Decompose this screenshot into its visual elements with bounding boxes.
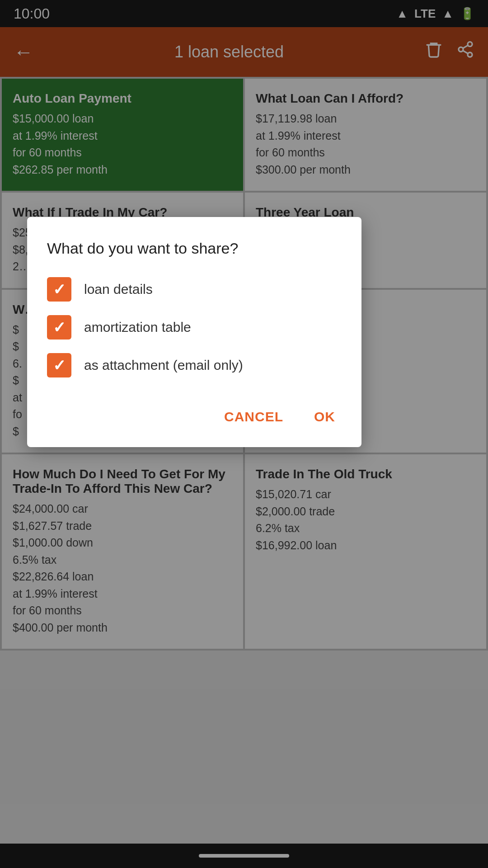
dialog-option[interactable]: ✓amortization table <box>47 315 342 340</box>
checkbox-opt-attachment[interactable]: ✓ <box>47 353 71 377</box>
share-dialog: What do you want to share? ✓loan details… <box>27 217 361 447</box>
cancel-button[interactable]: CANCEL <box>218 405 290 429</box>
dialog-options: ✓loan details✓amortization table✓as atta… <box>47 277 342 377</box>
checkmark-icon: ✓ <box>53 280 66 298</box>
option-label: loan details <box>84 282 153 297</box>
checkmark-icon: ✓ <box>53 356 66 374</box>
ok-button[interactable]: OK <box>308 405 342 429</box>
dialog-title: What do you want to share? <box>47 240 342 257</box>
dialog-actions: CANCEL OK <box>47 405 342 429</box>
dialog-option[interactable]: ✓as attachment (email only) <box>47 353 342 377</box>
option-label: amortization table <box>84 320 191 335</box>
checkmark-icon: ✓ <box>53 318 66 336</box>
option-label: as attachment (email only) <box>84 358 243 373</box>
checkbox-opt-amortization[interactable]: ✓ <box>47 315 71 340</box>
dialog-option[interactable]: ✓loan details <box>47 277 342 302</box>
checkbox-opt-loan-details[interactable]: ✓ <box>47 277 71 302</box>
